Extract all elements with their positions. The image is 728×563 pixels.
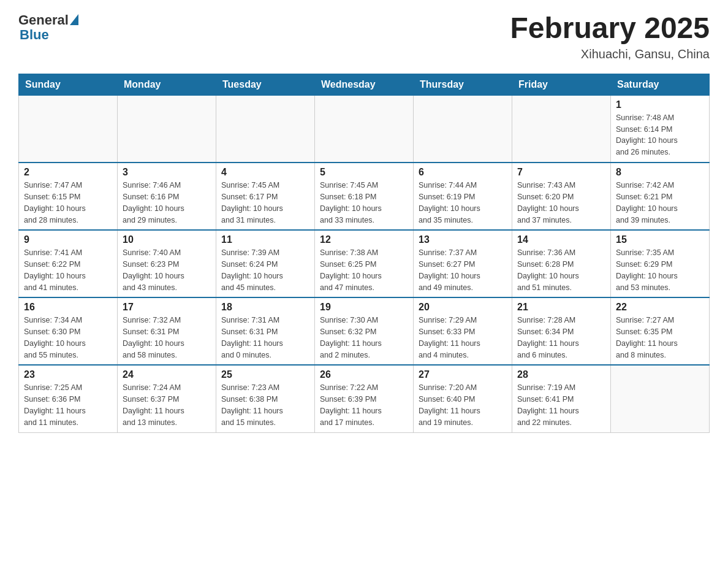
table-row: 8Sunrise: 7:42 AM Sunset: 6:21 PM Daylig… — [611, 163, 710, 230]
day-info: Sunrise: 7:41 AM Sunset: 6:22 PM Dayligh… — [24, 247, 112, 293]
day-info: Sunrise: 7:44 AM Sunset: 6:19 PM Dayligh… — [419, 180, 507, 226]
day-number: 4 — [221, 167, 309, 178]
table-row: 22Sunrise: 7:27 AM Sunset: 6:35 PM Dayli… — [611, 297, 710, 365]
table-row: 11Sunrise: 7:39 AM Sunset: 6:24 PM Dayli… — [216, 230, 315, 297]
title-area: February 2025 Xihuachi, Gansu, China — [510, 12, 710, 61]
day-number: 18 — [221, 302, 309, 313]
day-info: Sunrise: 7:36 AM Sunset: 6:28 PM Dayligh… — [517, 247, 605, 293]
table-row: 25Sunrise: 7:23 AM Sunset: 6:38 PM Dayli… — [216, 365, 315, 432]
day-info: Sunrise: 7:28 AM Sunset: 6:34 PM Dayligh… — [517, 315, 605, 361]
day-info: Sunrise: 7:29 AM Sunset: 6:33 PM Dayligh… — [419, 315, 507, 361]
day-number: 11 — [221, 234, 309, 245]
table-row: 3Sunrise: 7:46 AM Sunset: 6:16 PM Daylig… — [118, 163, 216, 230]
day-info: Sunrise: 7:27 AM Sunset: 6:35 PM Dayligh… — [616, 315, 704, 361]
logo: General Blue — [18, 12, 78, 43]
table-row: 27Sunrise: 7:20 AM Sunset: 6:40 PM Dayli… — [414, 365, 512, 432]
day-number: 8 — [616, 167, 704, 178]
table-row: 28Sunrise: 7:19 AM Sunset: 6:41 PM Dayli… — [512, 365, 611, 432]
day-number: 6 — [419, 167, 507, 178]
day-number: 1 — [616, 99, 704, 110]
day-number: 22 — [616, 302, 704, 313]
day-info: Sunrise: 7:40 AM Sunset: 6:23 PM Dayligh… — [123, 247, 211, 293]
table-row — [19, 95, 118, 163]
day-number: 14 — [517, 234, 605, 245]
table-row: 13Sunrise: 7:37 AM Sunset: 6:27 PM Dayli… — [414, 230, 512, 297]
day-info: Sunrise: 7:37 AM Sunset: 6:27 PM Dayligh… — [419, 247, 507, 293]
day-info: Sunrise: 7:20 AM Sunset: 6:40 PM Dayligh… — [419, 382, 507, 428]
header-saturday: Saturday — [611, 74, 710, 95]
table-row: 5Sunrise: 7:45 AM Sunset: 6:18 PM Daylig… — [315, 163, 414, 230]
header-tuesday: Tuesday — [216, 74, 315, 95]
day-number: 20 — [419, 302, 507, 313]
header-monday: Monday — [118, 74, 216, 95]
logo-triangle-icon — [70, 14, 78, 25]
day-info: Sunrise: 7:42 AM Sunset: 6:21 PM Dayligh… — [616, 180, 704, 226]
day-number: 12 — [320, 234, 408, 245]
day-info: Sunrise: 7:32 AM Sunset: 6:31 PM Dayligh… — [123, 315, 211, 361]
table-row — [611, 365, 710, 432]
day-number: 2 — [24, 167, 112, 178]
day-info: Sunrise: 7:43 AM Sunset: 6:20 PM Dayligh… — [517, 180, 605, 226]
table-row: 14Sunrise: 7:36 AM Sunset: 6:28 PM Dayli… — [512, 230, 611, 297]
day-number: 26 — [320, 369, 408, 380]
table-row: 26Sunrise: 7:22 AM Sunset: 6:39 PM Dayli… — [315, 365, 414, 432]
month-title: February 2025 — [510, 12, 710, 45]
table-row — [414, 95, 512, 163]
day-number: 5 — [320, 167, 408, 178]
day-info: Sunrise: 7:35 AM Sunset: 6:29 PM Dayligh… — [616, 247, 704, 293]
logo-blue-text: Blue — [20, 27, 49, 43]
header-sunday: Sunday — [19, 74, 118, 95]
day-info: Sunrise: 7:24 AM Sunset: 6:37 PM Dayligh… — [123, 382, 211, 428]
table-row: 20Sunrise: 7:29 AM Sunset: 6:33 PM Dayli… — [414, 297, 512, 365]
day-number: 3 — [123, 167, 211, 178]
table-row: 16Sunrise: 7:34 AM Sunset: 6:30 PM Dayli… — [19, 297, 118, 365]
location-subtitle: Xihuachi, Gansu, China — [510, 47, 710, 61]
day-info: Sunrise: 7:45 AM Sunset: 6:17 PM Dayligh… — [221, 180, 309, 226]
table-row: 19Sunrise: 7:30 AM Sunset: 6:32 PM Dayli… — [315, 297, 414, 365]
day-info: Sunrise: 7:19 AM Sunset: 6:41 PM Dayligh… — [517, 382, 605, 428]
day-number: 23 — [24, 369, 112, 380]
table-row: 10Sunrise: 7:40 AM Sunset: 6:23 PM Dayli… — [118, 230, 216, 297]
table-row: 1Sunrise: 7:48 AM Sunset: 6:14 PM Daylig… — [611, 95, 710, 163]
day-info: Sunrise: 7:23 AM Sunset: 6:38 PM Dayligh… — [221, 382, 309, 428]
day-number: 13 — [419, 234, 507, 245]
table-row: 24Sunrise: 7:24 AM Sunset: 6:37 PM Dayli… — [118, 365, 216, 432]
day-info: Sunrise: 7:22 AM Sunset: 6:39 PM Dayligh… — [320, 382, 408, 428]
table-row: 21Sunrise: 7:28 AM Sunset: 6:34 PM Dayli… — [512, 297, 611, 365]
header-wednesday: Wednesday — [315, 74, 414, 95]
table-row: 7Sunrise: 7:43 AM Sunset: 6:20 PM Daylig… — [512, 163, 611, 230]
table-row — [216, 95, 315, 163]
calendar-body: 1Sunrise: 7:48 AM Sunset: 6:14 PM Daylig… — [19, 95, 710, 432]
table-row: 23Sunrise: 7:25 AM Sunset: 6:36 PM Dayli… — [19, 365, 118, 432]
day-info: Sunrise: 7:39 AM Sunset: 6:24 PM Dayligh… — [221, 247, 309, 293]
day-number: 24 — [123, 369, 211, 380]
day-number: 9 — [24, 234, 112, 245]
table-row — [118, 95, 216, 163]
day-number: 16 — [24, 302, 112, 313]
day-number: 25 — [221, 369, 309, 380]
day-info: Sunrise: 7:30 AM Sunset: 6:32 PM Dayligh… — [320, 315, 408, 361]
day-number: 21 — [517, 302, 605, 313]
table-row: 2Sunrise: 7:47 AM Sunset: 6:15 PM Daylig… — [19, 163, 118, 230]
day-number: 15 — [616, 234, 704, 245]
table-row — [512, 95, 611, 163]
day-info: Sunrise: 7:38 AM Sunset: 6:25 PM Dayligh… — [320, 247, 408, 293]
day-info: Sunrise: 7:48 AM Sunset: 6:14 PM Dayligh… — [616, 112, 704, 158]
header-friday: Friday — [512, 74, 611, 95]
day-info: Sunrise: 7:25 AM Sunset: 6:36 PM Dayligh… — [24, 382, 112, 428]
day-info: Sunrise: 7:31 AM Sunset: 6:31 PM Dayligh… — [221, 315, 309, 361]
table-row: 15Sunrise: 7:35 AM Sunset: 6:29 PM Dayli… — [611, 230, 710, 297]
day-info: Sunrise: 7:45 AM Sunset: 6:18 PM Dayligh… — [320, 180, 408, 226]
calendar-table: Sunday Monday Tuesday Wednesday Thursday… — [18, 74, 710, 433]
calendar-header: Sunday Monday Tuesday Wednesday Thursday… — [19, 74, 710, 95]
table-row: 6Sunrise: 7:44 AM Sunset: 6:19 PM Daylig… — [414, 163, 512, 230]
day-info: Sunrise: 7:34 AM Sunset: 6:30 PM Dayligh… — [24, 315, 112, 361]
header-thursday: Thursday — [414, 74, 512, 95]
day-number: 10 — [123, 234, 211, 245]
table-row — [315, 95, 414, 163]
page-header: General Blue February 2025 Xihuachi, Gan… — [18, 12, 710, 61]
day-number: 28 — [517, 369, 605, 380]
table-row: 17Sunrise: 7:32 AM Sunset: 6:31 PM Dayli… — [118, 297, 216, 365]
table-row: 9Sunrise: 7:41 AM Sunset: 6:22 PM Daylig… — [19, 230, 118, 297]
day-number: 17 — [123, 302, 211, 313]
